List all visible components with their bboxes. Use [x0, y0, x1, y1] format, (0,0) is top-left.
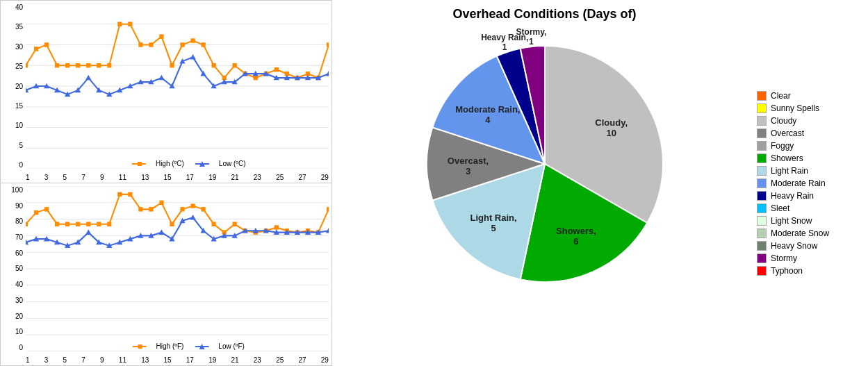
svg-rect-26 [201, 42, 205, 47]
svg-rect-93 [117, 192, 122, 197]
svg-rect-33 [275, 67, 279, 72]
legend-color-box [757, 253, 767, 263]
svg-rect-145 [138, 344, 142, 349]
svg-marker-120 [85, 229, 91, 235]
svg-marker-45 [85, 75, 91, 81]
fahrenheit-high-label: High (ºF) [156, 342, 184, 350]
legend-item: Cloudy [757, 116, 861, 126]
legend-color-box [757, 228, 767, 238]
legend-section: ClearSunny SpellsCloudyOvercastFoggyShow… [750, 7, 861, 359]
legend-label: Typhoon [771, 266, 803, 276]
svg-rect-98 [170, 222, 174, 226]
legend-label: Moderate Snow [771, 228, 829, 238]
svg-rect-84 [26, 222, 28, 226]
svg-rect-92 [107, 222, 111, 226]
svg-rect-14 [76, 63, 80, 67]
celsius-svg [26, 3, 329, 169]
legend-label: Overcast [771, 128, 804, 138]
left-panel: 40 35 30 25 20 15 10 5 0 1 3 5 7 [0, 0, 332, 366]
svg-marker-55 [190, 54, 195, 60]
legend-color-box [757, 203, 767, 213]
fahrenheit-legend: High (ºF) Low (ºF) [133, 342, 245, 350]
svg-rect-85 [34, 210, 38, 215]
svg-rect-101 [201, 207, 205, 211]
pie-svg: Cloudy,10Showers,6Light Rain,5Overcast,3… [413, 28, 677, 292]
svg-marker-130 [190, 215, 195, 220]
legend-label: Stormy [771, 253, 797, 263]
legend-color-box [757, 141, 767, 151]
svg-rect-94 [128, 192, 132, 197]
svg-marker-127 [158, 229, 164, 235]
svg-rect-27 [212, 63, 216, 67]
celsius-chart: 40 35 30 25 20 15 10 5 0 1 3 5 7 [0, 0, 331, 183]
pie-section: Overhead Conditions (Days of) Cloudy,10S… [339, 7, 750, 359]
legend-item: Clear [757, 91, 861, 101]
legend-label: Cloudy [771, 116, 796, 126]
legend-color-box [757, 241, 767, 251]
fahrenheit-svg [26, 186, 329, 351]
legend-color-box [757, 178, 767, 188]
svg-marker-143 [326, 228, 329, 233]
svg-rect-108 [275, 225, 279, 229]
legend-item: Light Snow [757, 216, 861, 226]
legend-label: Light Snow [771, 216, 812, 226]
svg-rect-13 [65, 63, 69, 67]
legend-item: Stormy [757, 253, 861, 263]
legend-item: Heavy Snow [757, 241, 861, 251]
svg-rect-15 [86, 63, 90, 67]
fahrenheit-chart: 100 90 80 70 60 50 40 30 20 10 0 [0, 183, 331, 366]
svg-rect-95 [138, 207, 142, 211]
celsius-y-labels: 40 35 30 25 20 15 10 5 0 [1, 3, 23, 169]
svg-rect-70 [138, 162, 142, 166]
legend-label: Foggy [771, 141, 794, 151]
svg-rect-12 [55, 63, 59, 67]
fahrenheit-x-labels: 1 3 5 7 9 11 13 15 17 19 21 23 25 27 29 [26, 356, 329, 364]
svg-rect-38 [327, 42, 329, 47]
svg-rect-24 [180, 42, 184, 47]
legend-item: Typhoon [757, 266, 861, 276]
svg-rect-100 [190, 203, 195, 208]
legend-label: Clear [771, 91, 791, 101]
right-panel: Overhead Conditions (Days of) Cloudy,10S… [332, 0, 868, 366]
svg-rect-9 [26, 63, 28, 67]
svg-rect-25 [190, 38, 195, 42]
svg-rect-11 [44, 42, 49, 47]
svg-rect-89 [76, 222, 80, 226]
pie-area: Cloudy,10Showers,6Light Rain,5Overcast,3… [413, 28, 677, 292]
celsius-high-label: High (ºC) [156, 160, 184, 167]
legend-item: Sunny Spells [757, 103, 861, 113]
svg-rect-18 [117, 22, 122, 26]
legend-color-box [757, 116, 767, 126]
svg-rect-90 [86, 222, 90, 226]
legend-color-box [757, 103, 767, 113]
svg-rect-91 [97, 222, 101, 226]
legend-item: Light Rain [757, 166, 861, 176]
legend-item: Moderate Rain [757, 178, 861, 188]
legend-color-box [757, 266, 767, 276]
svg-rect-104 [233, 222, 237, 226]
celsius-low-label: Low (ºC) [219, 160, 246, 167]
svg-rect-29 [233, 63, 237, 67]
celsius-legend: High (ºC) Low (ºC) [132, 160, 246, 167]
svg-rect-97 [159, 201, 163, 205]
legend-item: Moderate Snow [757, 228, 861, 238]
svg-rect-96 [149, 207, 153, 211]
svg-rect-21 [149, 42, 153, 47]
svg-rect-16 [97, 63, 101, 67]
legend-label: Sleet [771, 203, 789, 213]
legend-color-box [757, 166, 767, 176]
svg-rect-31 [254, 76, 258, 80]
legend-color-box [757, 153, 767, 163]
svg-marker-68 [326, 71, 329, 76]
legend-color-box [757, 128, 767, 138]
svg-rect-113 [327, 207, 329, 211]
svg-rect-20 [138, 42, 142, 47]
legend-label: Showers [771, 153, 803, 163]
fahrenheit-y-labels: 100 90 80 70 60 50 40 30 20 10 0 [1, 186, 23, 351]
svg-rect-23 [170, 63, 174, 67]
legend-item: Sleet [757, 203, 861, 213]
svg-rect-22 [159, 34, 163, 38]
svg-marker-52 [158, 75, 164, 81]
svg-rect-88 [65, 222, 69, 226]
legend-color-box [757, 216, 767, 226]
